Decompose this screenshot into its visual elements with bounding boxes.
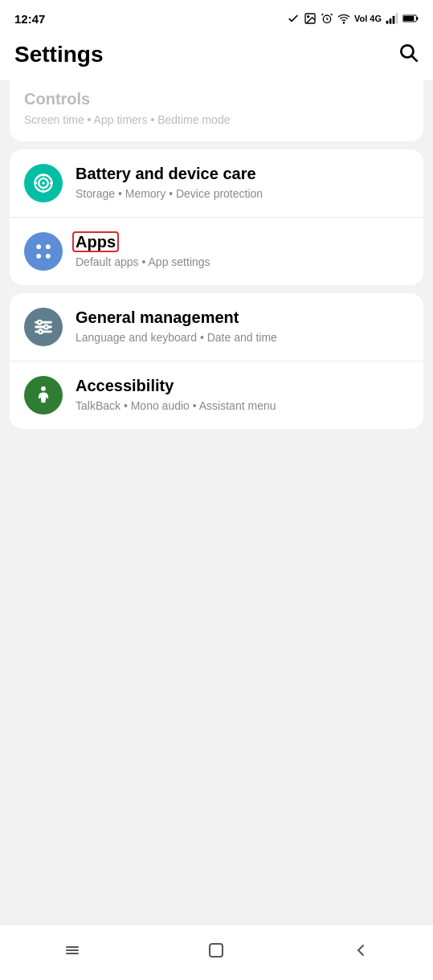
svg-rect-7 bbox=[390, 18, 392, 24]
status-time: 12:47 bbox=[14, 12, 45, 26]
svg-line-3 bbox=[321, 14, 323, 15]
svg-point-32 bbox=[41, 386, 46, 391]
apps-icon-container bbox=[24, 232, 63, 271]
svg-point-25 bbox=[46, 254, 51, 259]
svg-line-14 bbox=[412, 56, 417, 61]
apps-text: Apps Default apps • App settings bbox=[76, 232, 409, 271]
svg-point-31 bbox=[39, 330, 43, 334]
svg-point-30 bbox=[44, 325, 48, 329]
accessibility-subtitle: TalkBack • Mono audio • Assistant menu bbox=[76, 398, 409, 414]
svg-point-1 bbox=[308, 16, 309, 18]
accessibility-icon-container bbox=[24, 376, 63, 414]
svg-point-23 bbox=[46, 244, 51, 249]
general-icon-container bbox=[24, 308, 63, 346]
svg-rect-12 bbox=[403, 16, 414, 21]
page-title: Settings bbox=[14, 42, 103, 67]
svg-point-5 bbox=[343, 22, 344, 23]
svg-point-22 bbox=[36, 244, 41, 249]
general-accessibility-card: General management Language and keyboard… bbox=[10, 293, 423, 429]
battery-title: Battery and device care bbox=[76, 164, 409, 184]
sliders-icon bbox=[32, 316, 55, 338]
status-icons: Vol 4G bbox=[287, 12, 419, 25]
grid-icon bbox=[32, 240, 55, 263]
apps-subtitle: Default apps • App settings bbox=[76, 255, 409, 271]
check-icon bbox=[287, 12, 300, 25]
back-icon bbox=[351, 941, 370, 965]
general-item[interactable]: General management Language and keyboard… bbox=[10, 293, 423, 361]
controls-card: Controls Screen time • App timers • Bedt… bbox=[10, 80, 423, 141]
svg-point-24 bbox=[36, 254, 41, 259]
controls-item: Controls Screen time • App timers • Bedt… bbox=[10, 80, 423, 141]
apps-title-wrapper: Apps bbox=[76, 232, 119, 252]
recent-apps-icon bbox=[63, 941, 82, 965]
svg-line-4 bbox=[331, 14, 333, 15]
alarm-icon bbox=[321, 12, 333, 25]
content: Controls Screen time • App timers • Bedt… bbox=[0, 80, 433, 924]
back-button[interactable] bbox=[337, 937, 385, 969]
search-icon[interactable] bbox=[398, 42, 419, 67]
svg-rect-11 bbox=[416, 17, 418, 20]
battery-icon bbox=[402, 13, 419, 24]
apps-item[interactable]: Apps Default apps • App settings bbox=[10, 217, 423, 285]
lte-label: Vol 4G bbox=[354, 14, 382, 23]
accessibility-title: Accessibility bbox=[76, 376, 409, 396]
image-icon bbox=[304, 12, 317, 25]
svg-rect-37 bbox=[210, 944, 223, 957]
bottom-nav bbox=[0, 924, 433, 980]
target-icon bbox=[32, 172, 55, 194]
svg-rect-6 bbox=[386, 21, 389, 24]
accessibility-text: Accessibility TalkBack • Mono audio • As… bbox=[76, 376, 409, 414]
signal-icon bbox=[386, 12, 398, 25]
svg-point-29 bbox=[38, 321, 42, 325]
battery-item[interactable]: Battery and device care Storage • Memory… bbox=[10, 149, 423, 217]
battery-subtitle: Storage • Memory • Device protection bbox=[76, 186, 409, 202]
general-subtitle: Language and keyboard • Date and time bbox=[76, 330, 409, 346]
person-accessibility-icon bbox=[32, 384, 55, 406]
svg-point-17 bbox=[42, 182, 45, 185]
wifi-icon bbox=[337, 12, 350, 25]
general-text: General management Language and keyboard… bbox=[76, 308, 409, 346]
accessibility-item[interactable]: Accessibility TalkBack • Mono audio • As… bbox=[10, 361, 423, 429]
svg-rect-8 bbox=[393, 16, 395, 24]
recent-apps-button[interactable] bbox=[48, 937, 96, 969]
battery-apps-card: Battery and device care Storage • Memory… bbox=[10, 149, 423, 285]
apps-title: Apps bbox=[72, 231, 119, 252]
battery-text: Battery and device care Storage • Memory… bbox=[76, 164, 409, 202]
general-title: General management bbox=[76, 308, 409, 328]
battery-icon-container bbox=[24, 164, 63, 202]
controls-title: Controls bbox=[24, 90, 409, 108]
controls-subtitle: Screen time • App timers • Bedtime mode bbox=[24, 112, 409, 129]
home-button[interactable] bbox=[192, 937, 240, 969]
home-icon bbox=[206, 941, 226, 965]
status-bar: 12:47 Vol 4G bbox=[0, 0, 433, 34]
header: Settings bbox=[0, 34, 433, 80]
svg-rect-9 bbox=[396, 13, 398, 23]
